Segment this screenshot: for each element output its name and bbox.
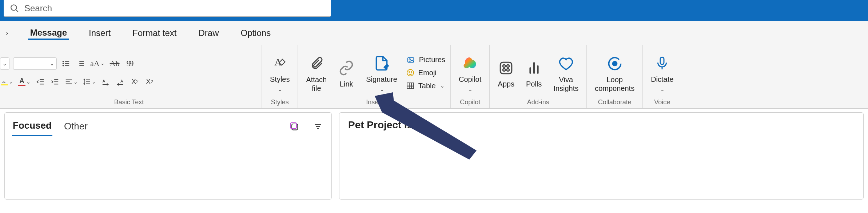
group-label-addins: Add-ins bbox=[493, 98, 583, 108]
tab-other[interactable]: Other bbox=[63, 117, 88, 136]
reading-pane: Pet Project Issue bbox=[339, 112, 864, 200]
svg-rect-47 bbox=[660, 57, 664, 64]
ltr-button[interactable]: A bbox=[100, 76, 111, 88]
loop-icon bbox=[607, 55, 623, 72]
mail-list-pane: Focused Other bbox=[4, 112, 332, 200]
svg-rect-38 bbox=[500, 62, 512, 74]
multiselect-icon[interactable] bbox=[288, 120, 301, 133]
rtl-button[interactable]: A bbox=[115, 76, 126, 88]
styles-icon: A bbox=[272, 55, 288, 72]
chevron-down-icon: ⌄ bbox=[278, 87, 282, 93]
svg-point-30 bbox=[407, 69, 414, 76]
strikethrough-button[interactable]: Ab bbox=[109, 57, 120, 70]
svg-point-40 bbox=[507, 65, 509, 67]
font-size-dropdown[interactable]: ⌄ bbox=[13, 57, 57, 70]
svg-point-46 bbox=[613, 61, 617, 65]
loop-components-button[interactable]: Loop components bbox=[590, 53, 639, 93]
svg-text:A: A bbox=[103, 79, 105, 83]
chevron-down-icon: ⌄ bbox=[660, 87, 665, 93]
pictures-icon bbox=[406, 56, 415, 64]
svg-rect-33 bbox=[407, 83, 414, 89]
align-button[interactable]: ⌄ bbox=[64, 76, 79, 88]
font-family-dropdown[interactable]: ⌄ bbox=[0, 57, 9, 70]
group-collaborate: Loop components Collaborate bbox=[587, 45, 643, 108]
table-button[interactable]: Table ⌄ bbox=[405, 81, 447, 91]
svg-point-29 bbox=[409, 59, 410, 60]
paperclip-icon bbox=[309, 55, 324, 72]
tab-message[interactable]: Message bbox=[28, 26, 69, 40]
font-color-button[interactable]: A ⌄ bbox=[17, 76, 31, 88]
svg-text:A: A bbox=[275, 56, 282, 68]
tab-options[interactable]: Options bbox=[238, 27, 273, 40]
decrease-indent-button[interactable] bbox=[35, 76, 46, 88]
quote-button[interactable]: 99 bbox=[124, 57, 135, 70]
group-label-basic-text: Basic Text bbox=[0, 98, 258, 108]
dictate-button[interactable]: Dictate ⌄ bbox=[646, 52, 678, 93]
polls-icon bbox=[526, 59, 542, 77]
group-label-styles: Styles bbox=[266, 98, 294, 108]
search-input[interactable] bbox=[24, 3, 325, 13]
emoji-icon bbox=[406, 68, 415, 77]
group-label-insert: Insert bbox=[302, 98, 447, 108]
svg-point-39 bbox=[503, 65, 505, 67]
search-box[interactable] bbox=[4, 0, 331, 17]
group-voice: Dictate ⌄ Voice bbox=[643, 45, 681, 108]
search-icon bbox=[10, 4, 19, 13]
group-label-voice: Voice bbox=[646, 98, 678, 108]
superscript-button[interactable]: X2 bbox=[144, 76, 155, 88]
copilot-icon bbox=[462, 55, 478, 72]
ribbon-tabs: › Message Insert Format text Draw Option… bbox=[0, 21, 868, 45]
pictures-button[interactable]: Pictures bbox=[405, 55, 447, 65]
chevron-down-icon: ⌄ bbox=[468, 87, 473, 93]
attach-file-button[interactable]: Attach file bbox=[302, 53, 331, 93]
chevron-down-icon: ⌄ bbox=[380, 87, 384, 93]
svg-point-41 bbox=[503, 68, 505, 71]
viva-insights-icon bbox=[558, 55, 574, 72]
svg-point-0 bbox=[11, 5, 16, 10]
tab-insert[interactable]: Insert bbox=[87, 27, 113, 40]
svg-line-1 bbox=[16, 9, 18, 12]
group-insert: Attach file Link Signature ⌄ bbox=[298, 45, 451, 108]
signature-button[interactable]: Signature ⌄ bbox=[362, 52, 402, 93]
mail-subject: Pet Project Issue bbox=[348, 119, 855, 131]
group-copilot: Copilot ⌄ Copilot bbox=[451, 45, 490, 108]
group-addins: Apps Polls Viva Insights Add-ins bbox=[490, 45, 587, 108]
svg-point-42 bbox=[507, 68, 509, 71]
group-label-collaborate: Collaborate bbox=[590, 98, 639, 108]
styles-button[interactable]: A Styles ⌄ bbox=[266, 52, 294, 93]
link-icon bbox=[338, 59, 354, 77]
ribbon: ⌄ ⌄ aA⌄ Ab 99 bbox=[0, 45, 868, 109]
link-button[interactable]: Link bbox=[334, 57, 359, 88]
group-basic-text: ⌄ ⌄ aA⌄ Ab 99 bbox=[0, 45, 262, 108]
group-styles: A Styles ⌄ Styles bbox=[262, 45, 298, 108]
svg-point-6 bbox=[63, 65, 64, 66]
content-area: Focused Other Pet Project Issue bbox=[0, 109, 868, 203]
tab-format-text[interactable]: Format text bbox=[130, 27, 179, 40]
highlight-button[interactable]: ⌄ bbox=[0, 76, 14, 88]
title-bar bbox=[0, 0, 868, 21]
bullets-button[interactable] bbox=[60, 57, 71, 70]
subscript-button[interactable]: X2 bbox=[130, 76, 140, 88]
tab-focused[interactable]: Focused bbox=[12, 116, 52, 136]
numbering-button[interactable] bbox=[75, 57, 86, 70]
change-case-button[interactable]: aA⌄ bbox=[89, 57, 105, 70]
svg-point-4 bbox=[63, 63, 64, 64]
increase-indent-button[interactable] bbox=[49, 76, 60, 88]
viva-insights-button[interactable]: Viva Insights bbox=[549, 53, 583, 93]
apps-icon bbox=[498, 59, 514, 77]
table-icon bbox=[406, 81, 415, 90]
polls-button[interactable]: Polls bbox=[522, 57, 546, 88]
svg-point-2 bbox=[63, 61, 64, 62]
svg-text:A: A bbox=[120, 79, 123, 83]
svg-point-31 bbox=[409, 72, 410, 72]
filter-icon[interactable] bbox=[312, 120, 324, 133]
svg-point-32 bbox=[411, 72, 412, 72]
copilot-button[interactable]: Copilot ⌄ bbox=[454, 52, 486, 93]
line-spacing-button[interactable]: ⌄ bbox=[82, 76, 97, 88]
back-chevron-icon[interactable]: › bbox=[4, 29, 11, 37]
chevron-down-icon: ⌄ bbox=[440, 83, 445, 89]
apps-button[interactable]: Apps bbox=[493, 57, 519, 88]
signature-icon bbox=[374, 55, 390, 72]
tab-draw[interactable]: Draw bbox=[196, 27, 221, 40]
emoji-button[interactable]: Emoji bbox=[405, 68, 447, 78]
